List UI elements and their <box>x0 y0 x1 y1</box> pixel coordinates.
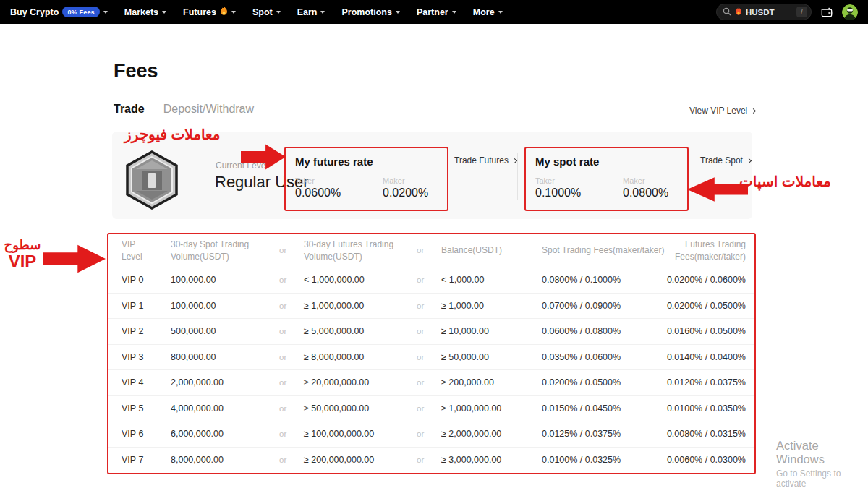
flame-icon <box>220 6 228 18</box>
cell-futures-volume: ≥ 200,000,000.00 <box>304 455 417 465</box>
current-level-card: Current Level Regular User My futures ra… <box>112 132 752 219</box>
cell-vip-level: VIP 4 <box>122 377 171 388</box>
nav-item-partner[interactable]: Partner <box>417 7 456 17</box>
wallet-icon[interactable] <box>820 7 833 18</box>
nav-item-label: Markets <box>124 7 158 17</box>
taker-value: 0.0600% <box>295 187 341 200</box>
table-row: VIP 1 100,000.00 or ≥ 1,000,000.00 or ≥ … <box>109 294 754 320</box>
cell-futures-volume: ≥ 20,000,000.00 <box>304 377 417 388</box>
cell-spot-fees: 0.0700% / 0.0900% <box>542 301 665 311</box>
nav-item-label: Spot <box>252 7 273 17</box>
header-vip-level: VIP Level <box>122 239 171 262</box>
nav-item-label: Futures <box>183 7 216 17</box>
cell-balance: ≥ 1,000.00 <box>441 301 542 311</box>
caret-down-icon <box>452 11 456 14</box>
nav-right-group: HUSDT / <box>716 4 858 20</box>
nav-item-label: Promotions <box>341 7 391 17</box>
annotation-vip-label-top: سطوح <box>1 239 43 252</box>
table-row: VIP 7 8,000,000.00 or ≥ 200,000,000.00 o… <box>109 448 754 474</box>
cell-or: or <box>417 429 441 438</box>
level-badge-icon <box>124 150 179 213</box>
caret-down-icon <box>498 11 503 14</box>
header-spot-volume: 30-day Spot Trading Volume(USDT) <box>171 239 279 262</box>
cell-futures-fees: 0.0160% / 0.0500% <box>665 326 746 336</box>
view-vip-level-link[interactable]: View VIP Level <box>689 106 755 116</box>
search-input[interactable]: HUSDT / <box>716 4 812 20</box>
tab-trade[interactable]: Trade <box>114 103 145 116</box>
cell-or: or <box>279 455 304 464</box>
cell-or: or <box>417 353 441 361</box>
cell-balance: ≥ 2,000,000.00 <box>441 429 542 439</box>
nav-menu: Buy Crypto 0% Fees Markets Futures Spot … <box>10 6 503 18</box>
cell-vip-level: VIP 5 <box>122 403 171 414</box>
table-row: VIP 4 2,000,000.00 or ≥ 20,000,000.00 or… <box>109 370 754 396</box>
cell-vip-level: VIP 7 <box>122 455 171 465</box>
spot-rate-box: My spot rate Taker 0.1000% Maker 0.0800% <box>524 147 689 211</box>
futures-maker: Maker 0.0200% <box>383 176 438 200</box>
trade-futures-link[interactable]: Trade Futures <box>454 155 516 166</box>
avatar[interactable] <box>842 4 858 20</box>
activate-windows-watermark: Activate Windows Go to Settings to activ… <box>776 439 868 488</box>
cell-spot-volume: 800,000.00 <box>171 352 279 362</box>
cell-spot-fees: 0.0200% / 0.0500% <box>542 377 665 388</box>
nav-item-futures[interactable]: Futures <box>183 6 236 18</box>
maker-label: Maker <box>623 176 678 185</box>
cell-balance: ≥ 3,000,000.00 <box>441 455 542 465</box>
cell-spot-fees: 0.0350% / 0.0600% <box>542 352 665 362</box>
cell-futures-volume: < 1,000,000.00 <box>304 275 417 285</box>
cell-futures-volume: ≥ 5,000,000.00 <box>304 326 417 336</box>
cell-or: or <box>279 327 304 335</box>
annotation-spot-label: معاملات اسپات <box>739 173 862 190</box>
nav-item-spot[interactable]: Spot <box>252 7 281 17</box>
cell-vip-level: VIP 2 <box>122 326 171 336</box>
nav-item-markets[interactable]: Markets <box>124 7 166 17</box>
maker-label: Maker <box>383 176 438 185</box>
cell-spot-volume: 4,000,000.00 <box>171 403 279 414</box>
cell-balance: ≥ 50,000.00 <box>441 352 542 362</box>
spot-maker: Maker 0.0800% <box>623 176 678 200</box>
taker-value: 0.1000% <box>535 187 581 200</box>
cell-or: or <box>417 378 441 387</box>
cell-futures-volume: ≥ 8,000,000.00 <box>304 352 417 362</box>
cell-spot-volume: 100,000.00 <box>171 275 279 285</box>
table-row: VIP 3 800,000.00 or ≥ 8,000,000.00 or ≥ … <box>109 345 754 371</box>
cell-futures-fees: 0.0120% / 0.0375% <box>665 377 746 388</box>
cell-vip-level: VIP 0 <box>122 275 171 285</box>
caret-down-icon <box>231 11 236 14</box>
chevron-right-icon <box>751 108 756 113</box>
annotation-vip-label: سطوح VIP <box>1 239 43 270</box>
nav-item-more[interactable]: More <box>473 7 503 17</box>
cell-vip-level: VIP 6 <box>122 429 171 439</box>
annotation-vip-label-bottom: VIP <box>1 252 43 270</box>
trade-spot-label: Trade Spot <box>700 155 743 166</box>
nav-item-buy-crypto[interactable]: Buy Crypto 0% Fees <box>10 7 108 17</box>
trade-futures-label: Trade Futures <box>454 155 509 166</box>
futures-rate-box: My futures rate Taker 0.0600% Maker 0.02… <box>284 147 448 211</box>
nav-item-promotions[interactable]: Promotions <box>341 7 399 17</box>
tab-deposit-withdraw[interactable]: Deposit/Withdraw <box>163 103 254 116</box>
cell-or: or <box>417 301 441 310</box>
cell-spot-volume: 2,000,000.00 <box>171 377 279 388</box>
cell-spot-fees: 0.0150% / 0.0450% <box>542 403 665 414</box>
cell-or: or <box>279 404 304 413</box>
keyboard-shortcut-chip: / <box>796 7 807 17</box>
futures-taker: Taker 0.0600% <box>295 176 341 200</box>
cell-or: or <box>279 429 304 438</box>
cell-vip-level: VIP 3 <box>122 352 171 362</box>
caret-down-icon <box>320 11 325 14</box>
cell-or: or <box>279 378 304 387</box>
spot-rate-title: My spot rate <box>535 155 678 168</box>
cell-balance: < 1,000.00 <box>441 275 542 285</box>
header-or: or <box>279 245 304 257</box>
search-icon <box>723 6 731 19</box>
header-or: or <box>417 245 441 257</box>
header-futures-volume: 30-day Futures Trading Volume(USDT) <box>304 239 417 262</box>
trade-spot-link[interactable]: Trade Spot <box>700 155 751 166</box>
view-vip-level-label: View VIP Level <box>689 106 747 116</box>
header-balance: Balance(USDT) <box>441 244 542 256</box>
annotation-futures-label: معاملات فیوچرز <box>124 126 242 143</box>
nav-item-earn[interactable]: Earn <box>297 7 326 17</box>
cell-or: or <box>417 455 441 464</box>
nav-item-label: Buy Crypto <box>10 7 59 17</box>
vip-fee-table: VIP Level 30-day Spot Trading Volume(USD… <box>107 233 756 474</box>
